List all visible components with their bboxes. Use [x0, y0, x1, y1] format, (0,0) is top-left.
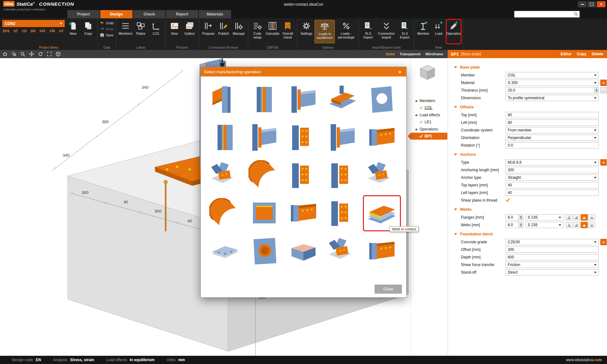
coordinate-system-select[interactable]: From member: [506, 127, 599, 133]
operation-15[interactable]: [364, 159, 400, 192]
website-link[interactable]: www.ideastatica.com: [566, 358, 602, 362]
section-welds[interactable]: Welds: [448, 205, 607, 214]
operation-10[interactable]: [364, 121, 400, 154]
operation-21[interactable]: [207, 234, 243, 268]
operation-25[interactable]: [364, 234, 400, 268]
code-cd[interactable]: CD: [22, 29, 27, 33]
copy-project-item-button[interactable]: Copy: [81, 20, 95, 43]
operation-19[interactable]: [325, 197, 360, 230]
add-concrete-grade-button[interactable]: +: [600, 239, 607, 245]
undo-button[interactable]: Undo: [100, 21, 114, 26]
code-fat2[interactable]: FAT: [40, 29, 46, 33]
operation-4[interactable]: [325, 83, 360, 116]
thickness-stepper[interactable]: [594, 87, 599, 94]
loads-percentage-button[interactable]: Loads - percentage: [336, 20, 356, 43]
operation-22[interactable]: [247, 234, 282, 268]
render-mode-wireframe[interactable]: Wireframe: [426, 52, 443, 56]
add-anchor-type-button[interactable]: +: [600, 159, 607, 166]
operation-2[interactable]: [247, 83, 282, 116]
operation-17[interactable]: [247, 197, 282, 230]
labels-lcs-button[interactable]: LCS: [149, 20, 163, 43]
propose-button[interactable]: Propose: [201, 20, 215, 43]
new-operation-button[interactable]: Operation: [447, 20, 461, 43]
labels-plates-button[interactable]: Plates: [134, 20, 148, 43]
code-fir[interactable]: FIR: [50, 29, 55, 33]
thickness-more-button[interactable]: …: [600, 87, 607, 94]
code-fat[interactable]: DR: [31, 29, 35, 33]
copy-operation-button[interactable]: Copy: [577, 52, 586, 56]
anchor-grade-select[interactable]: M16 8.8: [506, 159, 599, 166]
redo-button[interactable]: Redo: [100, 27, 114, 32]
section-foundation-block[interactable]: Foundation block: [448, 230, 607, 238]
dimensions-select[interactable]: To profile symmetrical: [506, 95, 599, 101]
operation-23[interactable]: [286, 234, 321, 268]
publish-button[interactable]: Publish: [217, 20, 230, 43]
xls-export-button[interactable]: XLS Export: [398, 20, 412, 43]
anchor-type-select[interactable]: Straight: [506, 174, 599, 181]
picture-gallery-button[interactable]: Gallery: [183, 20, 197, 43]
connection-selector[interactable]: CON2: [2, 20, 65, 27]
manage-button[interactable]: Manage: [232, 20, 246, 43]
section-base-plate[interactable]: Base plate: [448, 63, 607, 71]
maximize-button[interactable]: [587, 1, 596, 7]
delete-operation-button[interactable]: Delete: [592, 52, 603, 56]
operation-7[interactable]: [247, 121, 282, 154]
operation-18[interactable]: [286, 197, 321, 230]
flanges-material-select[interactable]: S 235: [525, 214, 563, 221]
shear-force-transfer-select[interactable]: Friction: [506, 262, 599, 268]
member-select[interactable]: COL: [506, 72, 599, 78]
code-ht[interactable]: HT: [59, 29, 64, 33]
weld-type-butt-icon[interactable]: [588, 222, 595, 228]
operation-9[interactable]: [325, 121, 360, 154]
tab-materials[interactable]: Materials: [199, 10, 231, 18]
navigation-cube[interactable]: [418, 63, 437, 82]
webs-material-select[interactable]: S 235: [525, 222, 563, 228]
flanges-stepper[interactable]: [519, 214, 523, 221]
code-eps[interactable]: EPS: [3, 29, 9, 33]
tree-item-le1[interactable]: LE1: [411, 118, 448, 125]
operation-24[interactable]: [325, 234, 360, 268]
save-button[interactable]: Save: [100, 33, 114, 38]
dialog-close-icon[interactable]: ×: [397, 69, 403, 75]
zoom-fit-button[interactable]: [46, 51, 53, 58]
left-layers-input[interactable]: 40: [506, 190, 599, 196]
tree-item-bp1[interactable]: BP1: [411, 133, 447, 140]
foundation-offset-input[interactable]: 300: [506, 246, 599, 253]
operation-6[interactable]: [207, 121, 243, 154]
concrete-grade-select[interactable]: C25/30: [506, 239, 599, 245]
calculate-button[interactable]: Calculate: [266, 20, 279, 43]
code-setup-button[interactable]: Code setup: [250, 20, 264, 43]
connection-import-button[interactable]: Connection Import: [376, 20, 396, 43]
operation-11[interactable]: [207, 159, 243, 192]
operation-weld-or-contact[interactable]: [364, 197, 400, 230]
operation-8[interactable]: [286, 121, 321, 154]
overall-check-button[interactable]: Overall check: [281, 20, 295, 43]
view-cube-button[interactable]: [54, 51, 62, 58]
tab-design[interactable]: Design: [100, 10, 132, 18]
new-project-item-button[interactable]: New: [66, 20, 80, 43]
close-button[interactable]: ×: [597, 1, 605, 7]
code-st[interactable]: ST: [14, 29, 18, 33]
tree-load-effects-header[interactable]: Load effects: [411, 111, 448, 118]
tab-check[interactable]: Check: [133, 10, 165, 18]
operation-16[interactable]: [207, 197, 243, 230]
orientation-select[interactable]: Perpendicular: [506, 135, 599, 141]
rotation-input[interactable]: 0.0: [506, 142, 599, 149]
weld-type-double-fillet-icon[interactable]: [581, 222, 588, 228]
new-load-button[interactable]: Load: [432, 20, 445, 43]
thickness-input[interactable]: 25.0: [506, 87, 594, 94]
search-box[interactable]: [514, 11, 580, 18]
flanges-size-input[interactable]: 6.0: [506, 214, 519, 221]
shear-plane-checkbox[interactable]: [506, 198, 510, 203]
zoom-window-button[interactable]: [10, 51, 18, 58]
settings-button[interactable]: Settings: [299, 20, 313, 43]
weld-type-fillet-icon[interactable]: [566, 222, 573, 228]
weld-type-double-fillet-icon[interactable]: [581, 214, 588, 221]
zoom-button[interactable]: [19, 51, 27, 58]
foundation-depth-input[interactable]: 600: [506, 254, 599, 260]
top-layers-input[interactable]: 40: [506, 182, 599, 188]
tree-item-col[interactable]: COL: [411, 104, 448, 111]
tab-report[interactable]: Report: [166, 10, 198, 18]
material-select[interactable]: S 355: [506, 80, 599, 86]
operation-5[interactable]: [364, 83, 400, 116]
